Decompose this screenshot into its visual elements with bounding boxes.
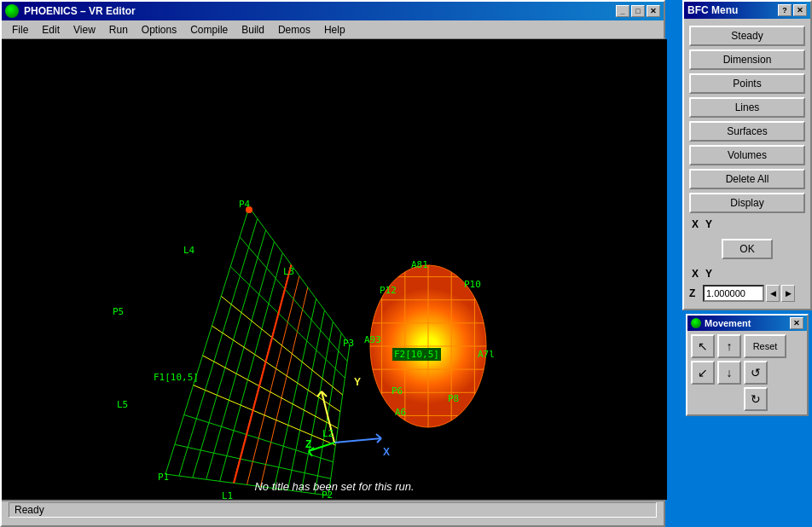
bfc-close-button[interactable]: ✕ — [793, 4, 807, 16]
close-button[interactable]: ✕ — [647, 5, 660, 17]
menu-view[interactable]: View — [67, 22, 102, 38]
z-right-arrow[interactable]: ▶ — [781, 285, 795, 302]
ok-row: OK — [689, 235, 805, 263]
axis-x-label: X — [383, 446, 390, 458]
bfc-titlebar-buttons: ? ✕ — [778, 4, 807, 16]
movement-icon — [691, 318, 701, 328]
mv-reset-button[interactable]: Reset — [744, 334, 786, 358]
menu-edit[interactable]: Edit — [35, 22, 67, 38]
bfc-steady-button[interactable]: Steady — [689, 26, 805, 46]
menu-build[interactable]: Build — [235, 22, 271, 38]
menu-bar: File Edit View Run Options Compile Build… — [2, 20, 664, 39]
x2-label: X — [689, 268, 701, 280]
y-label: Y — [703, 218, 715, 230]
bfc-lines-button[interactable]: Lines — [689, 97, 805, 118]
z-left-arrow[interactable]: ◀ — [766, 285, 780, 302]
menu-help[interactable]: Help — [317, 22, 352, 38]
right-panel: BFC Menu ? ✕ Steady Dimension Points Lin… — [682, 0, 812, 527]
vr-editor-title: PHOENICS – VR Editor — [24, 5, 136, 17]
menu-demos[interactable]: Demos — [271, 22, 317, 38]
maximize-button[interactable]: □ — [631, 5, 645, 17]
bfc-title: BFC Menu — [687, 4, 738, 16]
app-icon — [5, 4, 19, 18]
movement-titlebar: Movement ✕ — [687, 316, 807, 331]
mv-btn-rotate-ccw[interactable]: ↺ — [744, 361, 768, 385]
movement-panel: Movement ✕ ↖ ↑ Reset ↙ ↓ ↺ ↻ — [686, 314, 809, 416]
menu-file[interactable]: File — [5, 22, 35, 38]
bfc-display-button[interactable]: Display — [689, 193, 805, 213]
bfc-delete-all-button[interactable]: Delete All — [689, 169, 805, 189]
menu-options[interactable]: Options — [135, 22, 183, 38]
bfc-dimension-button[interactable]: Dimension — [689, 49, 805, 70]
z-label: Z — [689, 287, 701, 299]
movement-close-button[interactable]: ✕ — [790, 317, 803, 329]
mv-btn-up[interactable]: ↑ — [717, 334, 741, 358]
axis-z-label: Z — [305, 438, 311, 450]
vr-editor-titlebar: PHOENICS – VR Editor _ □ ✕ — [2, 2, 664, 20]
z-value-input[interactable] — [703, 285, 764, 302]
status-text: Ready — [9, 502, 657, 518]
bfc-volumes-button[interactable]: Volumes — [689, 145, 805, 165]
mv-btn-upleft[interactable]: ↖ — [691, 334, 715, 358]
xy-labels-row: X Y — [689, 218, 805, 230]
bfc-buttons-area: Steady Dimension Points Lines Surfaces V… — [684, 19, 810, 309]
bfc-surfaces-button[interactable]: Surfaces — [689, 121, 805, 142]
mv-btn-down[interactable]: ↓ — [717, 361, 741, 385]
mv-btn-downleft[interactable]: ↙ — [691, 361, 715, 385]
bfc-menu-window: BFC Menu ? ✕ Steady Dimension Points Lin… — [682, 0, 812, 310]
menu-run[interactable]: Run — [102, 22, 135, 38]
xy2-labels-row: X Y — [689, 268, 805, 280]
movement-title: Movement — [705, 318, 751, 328]
x-label: X — [689, 218, 701, 230]
ok-button[interactable]: OK — [722, 239, 773, 259]
titlebar-buttons: _ □ ✕ — [616, 5, 660, 17]
y2-label: Y — [703, 268, 715, 280]
menu-compile[interactable]: Compile — [183, 22, 235, 38]
status-bar: Ready — [2, 500, 664, 518]
movement-buttons-grid: ↖ ↑ Reset ↙ ↓ ↺ ↻ — [687, 331, 807, 414]
mesh-canvas[interactable] — [2, 39, 667, 500]
mv-btn-rotate-cw[interactable]: ↻ — [744, 387, 768, 411]
axis-y-label: Y — [354, 376, 361, 388]
bfc-titlebar: BFC Menu ? ✕ — [684, 2, 810, 19]
vr-editor-window: PHOENICS – VR Editor _ □ ✕ File Edit Vie… — [0, 0, 665, 527]
bfc-points-button[interactable]: Points — [689, 73, 805, 94]
z-input-row: Z ◀ ▶ — [689, 285, 805, 302]
bfc-help-button[interactable]: ? — [778, 4, 792, 16]
minimize-button[interactable]: _ — [616, 5, 629, 17]
canvas-area: P1 P2 P3 P4 P5 P6 P8 P10 P12 L1 L2 L3 L4… — [2, 39, 667, 500]
